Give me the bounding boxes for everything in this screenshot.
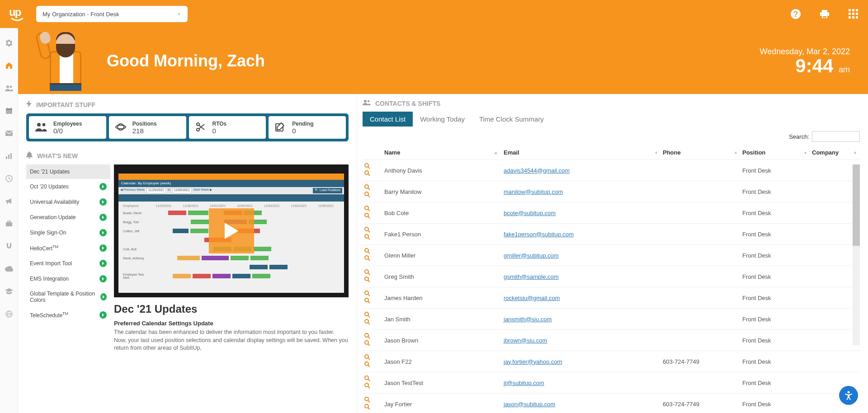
- whats-new-item[interactable]: Oct '20 Updates: [26, 179, 110, 194]
- table-row: Jason Brownjbrown@siu.comFront Desk: [363, 330, 860, 351]
- email-link[interactable]: jbrown@siu.com: [504, 337, 547, 344]
- magnify-icon[interactable]: [364, 355, 370, 361]
- email-link[interactable]: manilow@subitup.com: [504, 188, 563, 195]
- magnify-icon[interactable]: [364, 362, 370, 369]
- email-link[interactable]: bcote@subitup.com: [504, 210, 556, 216]
- print-icon[interactable]: [819, 9, 830, 19]
- play-icon[interactable]: [209, 208, 254, 253]
- magnify-icon[interactable]: [364, 298, 370, 305]
- magnify-icon[interactable]: [364, 270, 370, 277]
- apps-grid-icon[interactable]: [848, 9, 859, 19]
- magnify-icon[interactable]: [364, 256, 370, 263]
- svg-rect-11: [856, 16, 858, 19]
- email-link[interactable]: jansmith@siu.com: [504, 316, 552, 323]
- whats-new-item[interactable]: Universal Availability: [26, 194, 110, 210]
- svg-rect-5: [856, 9, 858, 11]
- sidebar-users-icon[interactable]: [5, 84, 13, 92]
- sidebar-briefcase-icon[interactable]: [5, 220, 13, 228]
- email-link[interactable]: gmiller@subitup.com: [504, 252, 559, 259]
- stat-card-pending[interactable]: Pending0: [269, 116, 346, 139]
- org-selector-dropdown[interactable]: My Organization - Front Desk ▼: [36, 6, 188, 22]
- table-row: James Hardenrocketsiu@gmail.comFront Des…: [363, 287, 860, 309]
- sidebar-globe-icon[interactable]: [5, 310, 13, 318]
- magnify-icon[interactable]: [364, 249, 370, 255]
- table-row: Jay Fortierjason@subitup.com603-724-7749…: [363, 394, 860, 413]
- search-input[interactable]: [812, 131, 860, 142]
- edit-icon: [275, 122, 286, 133]
- tab-contact-list[interactable]: Contact List: [363, 112, 413, 127]
- column-header-name[interactable]: Name▲: [382, 145, 502, 160]
- magnify-icon[interactable]: [364, 164, 370, 170]
- email-link[interactable]: gsmith@sample.com: [504, 273, 559, 280]
- whats-new-item[interactable]: Generation Update: [26, 210, 110, 225]
- magnify-icon[interactable]: [364, 312, 370, 319]
- svg-text:up: up: [9, 6, 21, 18]
- stat-card-positions[interactable]: Positions218: [109, 116, 186, 139]
- sidebar-cloud-icon[interactable]: [5, 265, 13, 273]
- stat-card-rtos[interactable]: RTOs0: [189, 116, 266, 139]
- whats-new-item[interactable]: Event Import Tool: [26, 256, 110, 271]
- magnify-icon[interactable]: [364, 227, 370, 234]
- sidebar-calendar-icon[interactable]: [5, 107, 13, 115]
- svg-rect-6: [849, 13, 851, 15]
- sidebar-magnet-icon[interactable]: [5, 242, 13, 250]
- whats-new-item[interactable]: EMS Integration: [26, 271, 110, 286]
- users-icon: [35, 122, 47, 133]
- help-icon[interactable]: ?: [790, 9, 801, 19]
- magnify-icon[interactable]: [364, 404, 370, 411]
- stat-card-employees[interactable]: Employees0/0: [29, 116, 106, 139]
- sidebar-gear-icon[interactable]: [5, 39, 13, 47]
- magnify-icon[interactable]: [364, 341, 370, 347]
- video-thumbnail[interactable]: Calendar: By Employee (week) ◀ Previous …: [114, 164, 349, 297]
- svg-point-57: [365, 383, 368, 387]
- important-stuff-title: IMPORTANT STUFF: [26, 100, 349, 109]
- sidebar-mail-icon[interactable]: [5, 129, 13, 137]
- sidebar-graduation-icon[interactable]: [5, 287, 13, 296]
- tab-working-today[interactable]: Working Today: [413, 112, 472, 127]
- whats-new-item[interactable]: TeleScheduleTM: [26, 307, 110, 323]
- table-row: Jan Smithjansmith@siu.comFront Desk: [363, 309, 860, 330]
- magnify-icon[interactable]: [364, 171, 370, 178]
- magnify-icon[interactable]: [364, 333, 370, 340]
- email-link[interactable]: fake1person@subitup.com: [504, 231, 574, 238]
- whats-new-item[interactable]: Global Template & Position Colors: [26, 286, 110, 307]
- email-link[interactable]: jt@subitup.com: [504, 380, 544, 386]
- whats-new-item[interactable]: Single Sign-On: [26, 225, 110, 240]
- svg-point-28: [42, 123, 46, 126]
- column-header-phone[interactable]: Phone♦: [661, 145, 741, 160]
- magnify-icon[interactable]: [364, 397, 370, 404]
- svg-point-53: [365, 341, 368, 344]
- sidebar-home-icon[interactable]: [5, 61, 13, 70]
- sort-icon: ♦: [854, 150, 856, 155]
- email-link[interactable]: jay.fortier@yahoo.com: [504, 358, 562, 365]
- magnify-icon[interactable]: [364, 213, 370, 220]
- table-scrollbar[interactable]: [853, 164, 860, 345]
- magnify-icon[interactable]: [364, 192, 370, 199]
- svg-rect-20: [8, 155, 9, 159]
- tab-time-clock-summary[interactable]: Time Clock Summary: [472, 112, 551, 127]
- column-header-email[interactable]: Email♦: [502, 145, 661, 160]
- email-link[interactable]: jason@subitup.com: [504, 401, 555, 408]
- sidebar-clock-icon[interactable]: [5, 174, 13, 183]
- column-header-company[interactable]: Company♦: [810, 145, 860, 160]
- magnify-icon[interactable]: [364, 319, 370, 326]
- magnify-icon[interactable]: [364, 383, 370, 390]
- whats-new-item[interactable]: HelloCertTM: [26, 240, 110, 256]
- column-header-position[interactable]: Position♦: [741, 145, 810, 160]
- whats-new-item[interactable]: Dec '21 Updates: [26, 164, 110, 179]
- magnify-icon[interactable]: [364, 185, 370, 192]
- sidebar-megaphone-icon[interactable]: [5, 197, 13, 205]
- email-link[interactable]: rocketsiu@gmail.com: [504, 295, 560, 301]
- email-link[interactable]: adavis34544@gmail.com: [504, 167, 570, 174]
- arrow-right-icon: [100, 293, 107, 300]
- arrow-right-icon: [99, 229, 107, 236]
- accessibility-button[interactable]: [839, 386, 858, 405]
- magnify-icon[interactable]: [364, 277, 370, 284]
- svg-point-37: [365, 171, 368, 174]
- sidebar-chart-icon[interactable]: [5, 152, 13, 160]
- magnify-icon[interactable]: [364, 235, 370, 241]
- magnify-icon[interactable]: [364, 376, 370, 383]
- contacts-title: CONTACTS & SHIFTS: [363, 99, 860, 107]
- magnify-icon[interactable]: [364, 291, 370, 298]
- magnify-icon[interactable]: [364, 206, 370, 213]
